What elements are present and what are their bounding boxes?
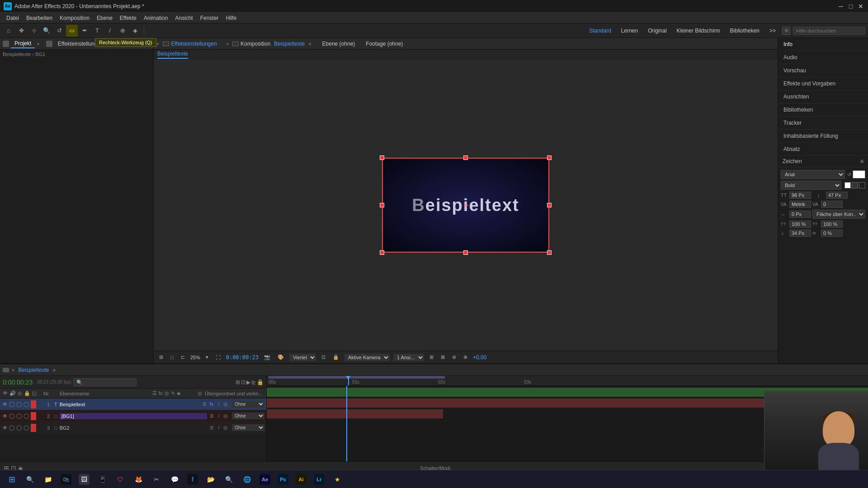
layer1-flag2[interactable]: / <box>216 402 222 407</box>
panel-ausrichten[interactable]: Ausrichten <box>778 90 868 103</box>
layer1-audio[interactable]: ◯ <box>9 401 15 407</box>
menu-hilfe[interactable]: Hilfe <box>222 14 240 22</box>
playhead[interactable] <box>348 379 349 385</box>
tool-type[interactable]: T <box>91 25 103 37</box>
layer1-eye[interactable]: 👁 <box>2 401 8 408</box>
tool-zoom[interactable]: 🔍 <box>41 25 52 37</box>
tool-pen[interactable]: ✒ <box>79 25 90 37</box>
layer1-mode-icon[interactable]: ◎ <box>223 401 231 407</box>
fill-color[interactable] <box>844 182 851 188</box>
layer3-mode-select[interactable]: Ohne <box>232 424 264 431</box>
menu-ansicht[interactable]: Ansicht <box>171 14 196 22</box>
tab-effekteinstellungen-comp[interactable]: Effekteinstellungen <box>171 41 217 47</box>
layer2-mode-select[interactable]: Ohne <box>232 413 264 419</box>
layer3-flag2[interactable]: / <box>216 425 222 430</box>
taskbar-aftereffects[interactable]: Ae <box>257 472 273 487</box>
menu-bearbeiten[interactable]: Bearbeiten <box>23 14 56 22</box>
menu-fenster[interactable]: Fenster <box>197 14 222 22</box>
tool-move[interactable]: ✥ <box>15 25 27 37</box>
layer1-solo[interactable]: ◯ <box>16 401 23 407</box>
tool-puppet[interactable]: ◈ <box>129 25 141 37</box>
taskbar-app9[interactable]: 🔍 <box>221 472 237 487</box>
panel-vorschau[interactable]: Vorschau <box>778 64 868 77</box>
layer3-flag1[interactable]: ☰ <box>208 425 215 430</box>
handle-mr[interactable] <box>547 203 552 207</box>
font-size-input[interactable] <box>789 192 811 199</box>
layer1-fx[interactable]: fx <box>208 402 215 407</box>
layer2-audio[interactable]: ◯ <box>9 413 15 419</box>
panel-tracker[interactable]: Tracker <box>778 117 868 130</box>
scale-v-input[interactable] <box>821 221 843 228</box>
timeline-menu[interactable]: ≡ <box>52 367 55 373</box>
menu-effekte[interactable]: Effekte <box>116 14 140 22</box>
taskbar-lightroom[interactable]: Lr <box>311 472 327 487</box>
layer3-eye[interactable]: 👁 <box>2 425 8 431</box>
zeichen-menu-icon[interactable]: ≡ <box>860 158 863 164</box>
layer-search-input[interactable] <box>73 378 137 386</box>
layer2-mode-icon[interactable]: ◎ <box>223 413 231 419</box>
close-button[interactable]: ✕ <box>857 3 864 10</box>
panel-inhaltsbasierte[interactable]: Inhaltsbasierte Füllung <box>778 130 868 143</box>
workspace-more[interactable]: >> <box>766 27 779 35</box>
tool-clone[interactable]: ⊕ <box>117 25 128 37</box>
tool-rotate[interactable]: ↺ <box>53 25 65 37</box>
viewer-ruler-btn[interactable]: ⊏ <box>179 354 187 361</box>
workspace-kleiner[interactable]: Kleiner Bildschirm <box>673 27 724 35</box>
taskbar-explorer[interactable]: 📁 <box>40 472 56 487</box>
maximize-button[interactable]: □ <box>847 3 854 10</box>
rotation-input[interactable] <box>821 230 843 237</box>
indent-input[interactable] <box>789 211 811 218</box>
layer2-flag1[interactable]: ☰ <box>208 413 215 418</box>
layer3-audio[interactable]: ◯ <box>9 425 15 431</box>
tool-brush[interactable]: / <box>104 25 116 37</box>
layer2-lock[interactable]: ◯ <box>24 413 30 419</box>
fläche-select[interactable]: Fläche über Kon... <box>812 210 865 219</box>
comp-icon[interactable]: ⊞ <box>236 379 240 385</box>
markers-icon[interactable]: ⊵ <box>251 379 256 385</box>
font-refresh-icon[interactable]: ↺ <box>847 172 851 178</box>
layer3-mode-icon[interactable]: ◎ <box>223 425 231 431</box>
handle-bm[interactable] <box>463 250 468 255</box>
tab-komposition[interactable]: Komposition <box>241 41 270 47</box>
close-effects-tab[interactable]: × <box>156 41 159 47</box>
menu-animation[interactable]: Animation <box>140 14 171 22</box>
layer2-flag2[interactable]: / <box>216 413 222 418</box>
layer1-flag1[interactable]: ☰ <box>201 402 208 407</box>
scale-h-input[interactable] <box>789 221 811 228</box>
handle-ml[interactable] <box>380 203 384 207</box>
lock-icon[interactable]: 🔒 <box>257 379 264 385</box>
timeline-close[interactable]: × <box>12 367 14 373</box>
taskbar-photos[interactable]: 🖼 <box>76 472 92 487</box>
panel-close-btn[interactable]: × <box>37 41 39 47</box>
tab-footage[interactable]: Footage (ohne) <box>366 41 403 47</box>
layer2-name[interactable]: [BG1] <box>60 413 207 419</box>
panel-bibliotheken[interactable]: Bibliotheken <box>778 103 868 117</box>
taskbar-files[interactable]: 📂 <box>203 472 219 487</box>
layer3-name[interactable]: BG2 <box>60 425 207 431</box>
taskbar-search[interactable]: 🔍 <box>22 472 38 487</box>
timeline-tab-name[interactable]: Beispieltexte <box>18 367 49 373</box>
active-tab-name[interactable]: Beispieltexte <box>157 51 188 59</box>
taskbar-antivirus[interactable]: 🛡 <box>112 472 128 487</box>
tool-rectangle[interactable]: ▭ <box>66 25 78 37</box>
toolbar-icon-btn[interactable]: ⚙ <box>782 27 790 35</box>
layer2-eye[interactable]: 👁 <box>2 413 8 419</box>
tab-projekt[interactable]: Projekt <box>11 39 35 48</box>
font-style-select[interactable]: Bold <box>781 181 841 190</box>
tab-settings-btn[interactable]: ≡ <box>308 41 311 47</box>
handle-tr[interactable] <box>547 155 552 160</box>
zoom-dropdown[interactable]: ▾ <box>204 354 210 361</box>
handle-tm[interactable] <box>463 155 468 160</box>
layer-controls-btn[interactable]: ⊛ <box>450 354 458 361</box>
panel-absatz[interactable]: Absatz <box>778 143 868 156</box>
taskbar-illustrator[interactable]: Ai <box>293 472 309 487</box>
taskbar-app10[interactable]: 🌐 <box>239 472 255 487</box>
taskbar-store[interactable]: 🛍 <box>58 472 74 487</box>
taskbar-whatsapp[interactable]: 📱 <box>94 472 110 487</box>
tool-home[interactable]: ⌂ <box>3 25 14 37</box>
layer1-mode-select[interactable]: Ohne <box>232 401 264 408</box>
preview-icon[interactable]: ▶ <box>246 379 250 385</box>
zoom-level[interactable]: 25% <box>190 355 200 360</box>
fullscreen-btn[interactable]: ⛶ <box>214 354 222 361</box>
tab-ebene[interactable]: Ebene (ohne) <box>322 41 355 47</box>
